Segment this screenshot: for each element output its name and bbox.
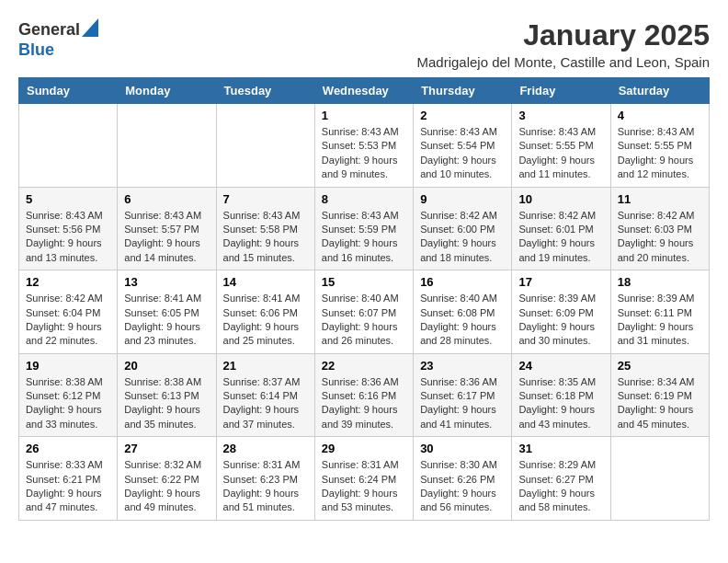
cell-date-number: 25 (618, 359, 702, 373)
calendar-week-row: 5Sunrise: 8:43 AM Sunset: 5:56 PM Daylig… (19, 187, 710, 270)
cell-info-text: Sunrise: 8:43 AM Sunset: 5:58 PM Dayligh… (223, 209, 308, 266)
calendar-cell: 10Sunrise: 8:42 AM Sunset: 6:01 PM Dayli… (512, 187, 610, 270)
cell-info-text: Sunrise: 8:43 AM Sunset: 5:55 PM Dayligh… (518, 125, 603, 182)
calendar-cell: 22Sunrise: 8:36 AM Sunset: 6:16 PM Dayli… (314, 353, 413, 437)
main-title: January 2025 (416, 18, 710, 52)
calendar-cell: 19Sunrise: 8:38 AM Sunset: 6:12 PM Dayli… (19, 353, 118, 437)
cell-info-text: Sunrise: 8:43 AM Sunset: 5:55 PM Dayligh… (618, 125, 702, 182)
subtitle: Madrigalejo del Monte, Castille and Leon… (416, 54, 710, 70)
calendar-cell: 27Sunrise: 8:32 AM Sunset: 6:22 PM Dayli… (118, 437, 216, 521)
weekday-header-monday: Monday (118, 78, 216, 104)
cell-date-number: 16 (420, 275, 505, 289)
calendar-week-row: 12Sunrise: 8:42 AM Sunset: 6:04 PM Dayli… (19, 270, 710, 354)
cell-info-text: Sunrise: 8:42 AM Sunset: 6:03 PM Dayligh… (618, 209, 702, 266)
cell-date-number: 10 (518, 192, 603, 206)
calendar-cell: 25Sunrise: 8:34 AM Sunset: 6:19 PM Dayli… (610, 353, 709, 437)
calendar-week-row: 1Sunrise: 8:43 AM Sunset: 5:53 PM Daylig… (19, 104, 710, 188)
cell-date-number: 26 (26, 442, 110, 455)
logo-blue: Blue (18, 40, 54, 59)
calendar-cell: 7Sunrise: 8:43 AM Sunset: 5:58 PM Daylig… (216, 187, 314, 270)
cell-date-number: 11 (618, 192, 702, 206)
calendar-cell: 29Sunrise: 8:31 AM Sunset: 6:24 PM Dayli… (314, 437, 413, 521)
cell-info-text: Sunrise: 8:41 AM Sunset: 6:06 PM Dayligh… (223, 292, 308, 349)
calendar-week-row: 26Sunrise: 8:33 AM Sunset: 6:21 PM Dayli… (19, 437, 710, 521)
cell-info-text: Sunrise: 8:32 AM Sunset: 6:22 PM Dayligh… (124, 458, 209, 515)
cell-date-number: 12 (26, 275, 110, 289)
calendar-cell: 12Sunrise: 8:42 AM Sunset: 6:04 PM Dayli… (19, 270, 118, 354)
cell-date-number: 9 (420, 192, 505, 206)
cell-date-number: 20 (124, 359, 209, 373)
cell-info-text: Sunrise: 8:40 AM Sunset: 6:08 PM Dayligh… (420, 292, 505, 349)
cell-info-text: Sunrise: 8:39 AM Sunset: 6:11 PM Dayligh… (618, 292, 702, 349)
calendar-cell: 3Sunrise: 8:43 AM Sunset: 5:55 PM Daylig… (512, 104, 610, 188)
svg-marker-0 (82, 18, 98, 37)
calendar-cell (19, 104, 118, 188)
cell-info-text: Sunrise: 8:43 AM Sunset: 5:57 PM Dayligh… (124, 209, 209, 266)
cell-date-number: 13 (124, 275, 209, 289)
cell-date-number: 1 (322, 109, 406, 122)
calendar-cell: 23Sunrise: 8:36 AM Sunset: 6:17 PM Dayli… (414, 353, 512, 437)
weekday-header-tuesday: Tuesday (216, 78, 314, 104)
title-section: January 2025 Madrigalejo del Monte, Cast… (416, 18, 710, 70)
calendar-cell: 1Sunrise: 8:43 AM Sunset: 5:53 PM Daylig… (314, 104, 413, 188)
cell-info-text: Sunrise: 8:42 AM Sunset: 6:01 PM Dayligh… (518, 209, 603, 266)
calendar-cell: 9Sunrise: 8:42 AM Sunset: 6:00 PM Daylig… (414, 187, 512, 270)
cell-info-text: Sunrise: 8:34 AM Sunset: 6:19 PM Dayligh… (618, 375, 702, 432)
cell-date-number: 29 (322, 442, 406, 455)
cell-info-text: Sunrise: 8:41 AM Sunset: 6:05 PM Dayligh… (124, 292, 209, 349)
calendar-cell: 28Sunrise: 8:31 AM Sunset: 6:23 PM Dayli… (216, 437, 314, 521)
cell-info-text: Sunrise: 8:37 AM Sunset: 6:14 PM Dayligh… (223, 375, 308, 432)
cell-date-number: 15 (322, 275, 406, 289)
cell-info-text: Sunrise: 8:43 AM Sunset: 5:56 PM Dayligh… (26, 209, 110, 266)
cell-info-text: Sunrise: 8:42 AM Sunset: 6:00 PM Dayligh… (420, 209, 505, 266)
cell-info-text: Sunrise: 8:43 AM Sunset: 5:54 PM Dayligh… (420, 125, 505, 182)
cell-date-number: 24 (518, 359, 603, 373)
cell-date-number: 17 (518, 275, 603, 289)
calendar-table: SundayMondayTuesdayWednesdayThursdayFrid… (18, 77, 710, 521)
cell-info-text: Sunrise: 8:36 AM Sunset: 6:17 PM Dayligh… (420, 375, 505, 432)
calendar-cell: 2Sunrise: 8:43 AM Sunset: 5:54 PM Daylig… (414, 104, 512, 188)
logo-icon (82, 18, 98, 40)
calendar-cell: 11Sunrise: 8:42 AM Sunset: 6:03 PM Dayli… (610, 187, 709, 270)
cell-date-number: 28 (223, 442, 308, 455)
cell-info-text: Sunrise: 8:43 AM Sunset: 5:59 PM Dayligh… (322, 209, 406, 266)
logo: General Blue (18, 18, 98, 60)
cell-info-text: Sunrise: 8:36 AM Sunset: 6:16 PM Dayligh… (322, 375, 406, 432)
cell-date-number: 5 (26, 192, 110, 206)
calendar-cell: 26Sunrise: 8:33 AM Sunset: 6:21 PM Dayli… (19, 437, 118, 521)
cell-info-text: Sunrise: 8:42 AM Sunset: 6:04 PM Dayligh… (26, 292, 110, 349)
cell-date-number: 4 (618, 109, 702, 122)
header: General Blue January 2025 Madrigalejo de… (18, 18, 710, 70)
cell-info-text: Sunrise: 8:31 AM Sunset: 6:23 PM Dayligh… (223, 458, 308, 515)
calendar-cell (216, 104, 314, 188)
cell-info-text: Sunrise: 8:39 AM Sunset: 6:09 PM Dayligh… (518, 292, 603, 349)
cell-date-number: 7 (223, 192, 308, 206)
calendar-cell: 21Sunrise: 8:37 AM Sunset: 6:14 PM Dayli… (216, 353, 314, 437)
cell-info-text: Sunrise: 8:43 AM Sunset: 5:53 PM Dayligh… (322, 125, 406, 182)
calendar-cell: 14Sunrise: 8:41 AM Sunset: 6:06 PM Dayli… (216, 270, 314, 354)
calendar-cell: 4Sunrise: 8:43 AM Sunset: 5:55 PM Daylig… (610, 104, 709, 188)
cell-date-number: 31 (518, 442, 603, 455)
calendar-cell: 31Sunrise: 8:29 AM Sunset: 6:27 PM Dayli… (512, 437, 610, 521)
calendar-header-row: SundayMondayTuesdayWednesdayThursdayFrid… (19, 78, 710, 104)
cell-info-text: Sunrise: 8:38 AM Sunset: 6:13 PM Dayligh… (124, 375, 209, 432)
weekday-header-friday: Friday (512, 78, 610, 104)
calendar-cell: 24Sunrise: 8:35 AM Sunset: 6:18 PM Dayli… (512, 353, 610, 437)
calendar-cell: 8Sunrise: 8:43 AM Sunset: 5:59 PM Daylig… (314, 187, 413, 270)
weekday-header-wednesday: Wednesday (314, 78, 413, 104)
calendar-cell (118, 104, 216, 188)
calendar-cell: 5Sunrise: 8:43 AM Sunset: 5:56 PM Daylig… (19, 187, 118, 270)
cell-date-number: 22 (322, 359, 406, 373)
cell-info-text: Sunrise: 8:38 AM Sunset: 6:12 PM Dayligh… (26, 375, 110, 432)
calendar-week-row: 19Sunrise: 8:38 AM Sunset: 6:12 PM Dayli… (19, 353, 710, 437)
calendar-cell: 20Sunrise: 8:38 AM Sunset: 6:13 PM Dayli… (118, 353, 216, 437)
weekday-header-sunday: Sunday (19, 78, 118, 104)
cell-info-text: Sunrise: 8:40 AM Sunset: 6:07 PM Dayligh… (322, 292, 406, 349)
cell-info-text: Sunrise: 8:30 AM Sunset: 6:26 PM Dayligh… (420, 458, 505, 515)
weekday-header-saturday: Saturday (610, 78, 709, 104)
cell-date-number: 27 (124, 442, 209, 455)
cell-date-number: 18 (618, 275, 702, 289)
cell-date-number: 3 (518, 109, 603, 122)
cell-info-text: Sunrise: 8:33 AM Sunset: 6:21 PM Dayligh… (26, 458, 110, 515)
calendar-cell: 15Sunrise: 8:40 AM Sunset: 6:07 PM Dayli… (314, 270, 413, 354)
